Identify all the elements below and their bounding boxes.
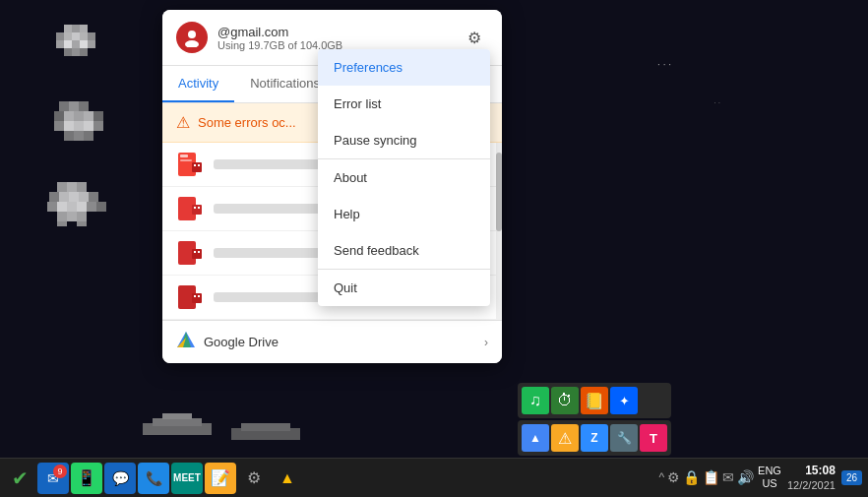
svg-rect-1 — [72, 25, 80, 32]
svg-rect-49 — [57, 221, 67, 226]
tray-icon-klokki[interactable]: ⏱ — [551, 387, 579, 414]
error-text: Some errors oc... — [198, 115, 296, 130]
svg-rect-52 — [153, 418, 202, 426]
svg-rect-32 — [57, 182, 67, 192]
svg-rect-26 — [74, 121, 84, 131]
svg-rect-12 — [88, 40, 95, 48]
menu-item-about[interactable]: About — [318, 159, 490, 196]
svg-rect-29 — [64, 131, 74, 141]
scrollbar-thumb — [496, 153, 502, 231]
svg-rect-13 — [64, 48, 72, 56]
tray-icon-warning[interactable]: ⚠ — [551, 424, 579, 452]
context-menu: Preferences Error list Pause syncing Abo… — [318, 49, 490, 306]
svg-rect-62 — [194, 164, 196, 166]
gear-button[interactable]: ⚙ — [461, 24, 488, 51]
tray-icon-drive[interactable]: ▲ — [522, 424, 549, 452]
drive-footer-text: Google Drive — [204, 335, 279, 349]
menu-item-pause-syncing[interactable]: Pause syncing — [318, 122, 490, 158]
drive-footer-arrow: › — [484, 336, 488, 349]
menu-item-quit[interactable]: Quit — [318, 270, 490, 306]
taskbar-sys-2[interactable]: 🔒 — [683, 469, 700, 485]
drive-footer: Google Drive › — [162, 320, 502, 363]
svg-rect-15 — [80, 48, 88, 56]
tray-icon-dropbox[interactable]: ✦ — [610, 387, 638, 414]
drive-email: @gmail.com — [217, 25, 451, 39]
svg-rect-19 — [54, 111, 64, 121]
creature-3 — [39, 177, 118, 246]
taskbar-sys-icons: ^ ⚙ 🔒 📋 ✉ 🔊 — [658, 469, 754, 485]
svg-rect-21 — [74, 111, 84, 121]
menu-item-help[interactable]: Help — [318, 196, 490, 232]
svg-rect-35 — [49, 192, 59, 202]
drive-footer-icon — [176, 331, 196, 353]
taskbar-clock: 15:08 12/2/2021 — [787, 464, 836, 493]
svg-rect-28 — [93, 121, 103, 131]
menu-item-error-list[interactable]: Error list — [318, 86, 490, 122]
clock-time: 15:08 — [787, 464, 836, 479]
star-dots: · · · — [657, 59, 671, 70]
menu-item-send-feedback[interactable]: Send feedback — [318, 232, 490, 269]
svg-rect-45 — [96, 202, 106, 212]
locale-text: ENG US — [758, 465, 781, 490]
taskbar-volume[interactable]: 🔊 — [737, 469, 754, 485]
svg-rect-17 — [69, 101, 79, 111]
svg-rect-30 — [74, 131, 84, 141]
svg-rect-27 — [84, 121, 93, 131]
taskbar-meet[interactable]: MEET — [171, 463, 203, 494]
svg-rect-0 — [64, 25, 72, 32]
tray-icon-spotify[interactable]: ♫ — [522, 387, 549, 414]
svg-rect-38 — [79, 192, 89, 202]
creature-2 — [44, 93, 118, 153]
svg-rect-22 — [84, 111, 93, 121]
svg-rect-2 — [80, 25, 88, 32]
taskbar-drive[interactable]: ▲ — [272, 463, 303, 494]
svg-rect-66 — [194, 207, 196, 209]
svg-rect-48 — [77, 212, 87, 221]
svg-rect-46 — [57, 212, 67, 221]
svg-rect-25 — [64, 121, 74, 131]
taskbar-sys-4[interactable]: ✉ — [722, 469, 734, 485]
svg-rect-6 — [80, 32, 88, 40]
taskbar-notes[interactable]: 📝 — [205, 463, 236, 494]
svg-rect-18 — [79, 101, 89, 111]
file-icon-1 — [176, 151, 204, 178]
taskbar-mail[interactable]: ✉ 9 — [37, 463, 69, 494]
creature-1 — [44, 20, 113, 84]
scrollbar[interactable] — [496, 143, 502, 320]
svg-rect-67 — [198, 207, 200, 209]
taskbar: ✔ ✉ 9 📱 💬 📞 MEET 📝 ⚙ ▲ ^ ⚙ 🔒 📋 ✉ 🔊 — [0, 458, 868, 497]
taskbar-checkmark[interactable]: ✔ — [4, 463, 35, 494]
tray-icon-zoom[interactable]: Z — [581, 424, 608, 452]
tray-icon-notebooks[interactable]: 📒 — [581, 387, 608, 414]
taskbar-sys-3[interactable]: 📋 — [703, 469, 719, 485]
notification-badge[interactable]: 26 — [841, 470, 862, 485]
svg-rect-23 — [93, 111, 103, 121]
taskbar-phone[interactable]: 📞 — [138, 463, 169, 494]
svg-rect-40 — [47, 202, 57, 212]
svg-rect-65 — [192, 205, 202, 215]
file-icon-3 — [176, 239, 204, 267]
star-dots-2: · · — [713, 98, 720, 107]
taskbar-whatsapp[interactable]: 📱 — [71, 463, 102, 494]
svg-rect-7 — [88, 32, 95, 40]
menu-section-2: About Help Send feedback — [318, 159, 490, 270]
taskbar-sys-1[interactable]: ⚙ — [667, 469, 680, 485]
svg-rect-44 — [87, 202, 96, 212]
taskbar-chat[interactable]: 💬 — [104, 463, 136, 494]
svg-rect-34 — [77, 182, 87, 192]
floating-tray: ♫ ⏱ 📒 ✦ ▲ ⚠ Z 🔧 T — [518, 383, 671, 456]
svg-point-56 — [188, 31, 196, 38]
chevron-icon[interactable]: ^ — [658, 470, 664, 484]
tab-activity[interactable]: Activity — [162, 66, 234, 102]
tray-icon-translate[interactable]: T — [640, 424, 667, 452]
taskbar-settings[interactable]: ⚙ — [238, 463, 270, 494]
svg-rect-43 — [77, 202, 87, 212]
svg-rect-69 — [192, 249, 202, 259]
svg-rect-73 — [192, 293, 202, 303]
tray-icon-tool[interactable]: 🔧 — [610, 424, 638, 452]
svg-rect-16 — [59, 101, 69, 111]
svg-rect-75 — [198, 295, 200, 297]
menu-item-preferences[interactable]: Preferences — [318, 49, 490, 86]
file-icon-4 — [176, 283, 204, 311]
svg-rect-20 — [64, 111, 74, 121]
